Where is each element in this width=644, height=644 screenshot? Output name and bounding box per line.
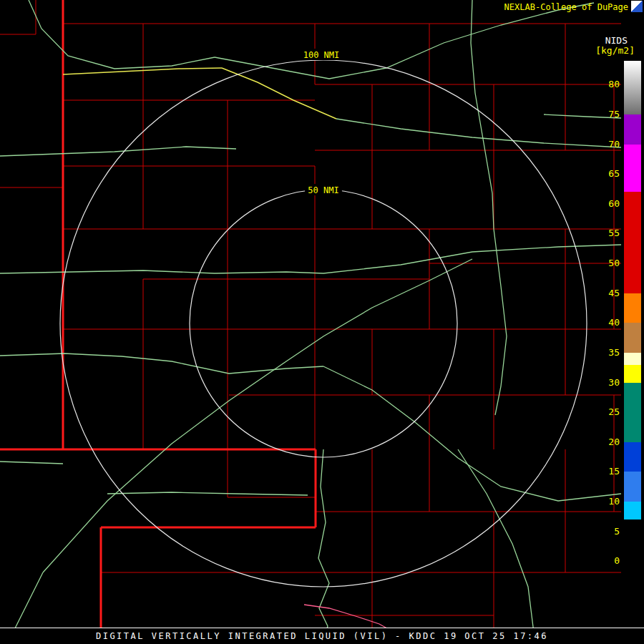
colorbar-segment bbox=[624, 323, 641, 353]
colorbar-segment bbox=[624, 442, 641, 472]
product-title: DIGITAL VERTICALLY INTEGRATED LIQUID (VI… bbox=[96, 631, 548, 641]
colorbar-segment bbox=[624, 145, 641, 192]
county-lines bbox=[0, 0, 621, 644]
colorbar-tick: 30 bbox=[591, 377, 620, 389]
colorbar-segment bbox=[624, 472, 641, 502]
colorbar-tick: 65 bbox=[591, 168, 620, 180]
colorbar-segment bbox=[624, 502, 641, 519]
colorbar-units: [kg/m2] bbox=[595, 45, 635, 56]
colorbar-tick: 25 bbox=[591, 406, 620, 418]
colorbar-tick: 10 bbox=[591, 496, 620, 507]
road-lines bbox=[0, 0, 621, 644]
header-title: NEXLAB-College of DuPage bbox=[504, 2, 628, 12]
colorbar bbox=[624, 61, 641, 573]
colorbar-segment bbox=[624, 114, 641, 145]
highway-lines bbox=[63, 68, 336, 119]
radar-display: 100 NMI50 NMI NEXLAB-College of DuPage N… bbox=[0, 0, 644, 644]
colorbar-title: NIDS bbox=[605, 35, 628, 46]
colorbar-tick: 45 bbox=[591, 288, 620, 299]
colorbar-tick: 75 bbox=[591, 109, 620, 120]
colorbar-tick: 50 bbox=[591, 258, 620, 269]
footer: DIGITAL VERTICALLY INTEGRATED LIQUID (VI… bbox=[0, 628, 644, 644]
range-ring-label: 50 NMI bbox=[308, 185, 338, 195]
radar-map: 100 NMI50 NMI bbox=[0, 0, 644, 644]
range-ring-label: 100 NMI bbox=[303, 50, 340, 60]
colorbar-tick: 55 bbox=[591, 228, 620, 239]
colorbar-segment bbox=[624, 365, 641, 383]
colorbar-tick: 70 bbox=[591, 139, 620, 150]
nexlab-logo-icon bbox=[631, 1, 643, 12]
colorbar-tick: 0 bbox=[591, 555, 620, 567]
colorbar-tick: 80 bbox=[591, 79, 620, 90]
state-highway-lines bbox=[0, 0, 316, 644]
colorbar-segment bbox=[624, 293, 641, 323]
colorbar-segment bbox=[624, 353, 641, 365]
colorbar-tick: 40 bbox=[591, 317, 620, 328]
colorbar-tick: 5 bbox=[591, 526, 620, 537]
colorbar-tick: 20 bbox=[591, 436, 620, 448]
colorbar-tick: 60 bbox=[591, 198, 620, 210]
colorbar-segment bbox=[624, 61, 641, 114]
colorbar-tick: 35 bbox=[591, 347, 620, 358]
colorbar-segment bbox=[624, 519, 641, 573]
colorbar-segment bbox=[624, 192, 641, 293]
colorbar-segment bbox=[624, 383, 641, 442]
colorbar-tick: 15 bbox=[591, 466, 620, 477]
range-ring bbox=[190, 190, 457, 457]
